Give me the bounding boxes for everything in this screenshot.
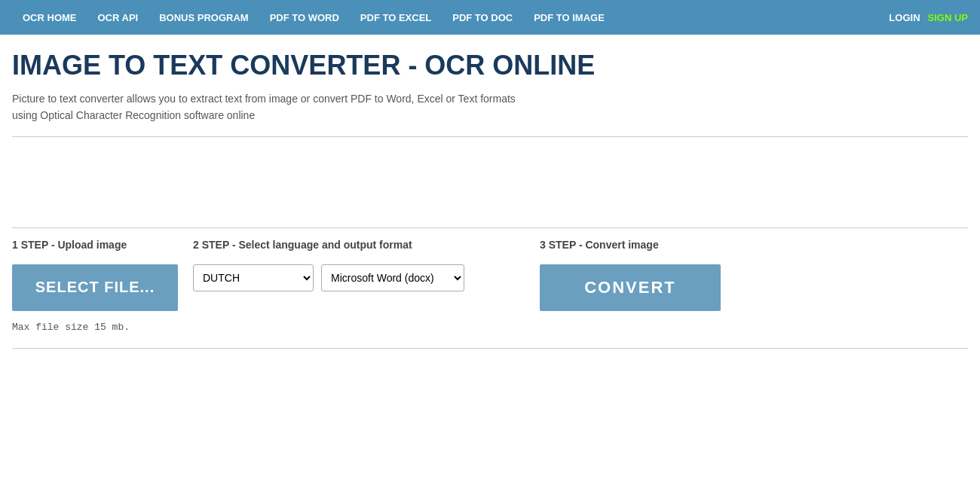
nav-pdf-to-excel[interactable]: PDF TO EXCEL: [350, 12, 442, 23]
ad-space: [12, 137, 968, 227]
page-title: IMAGE TO TEXT CONVERTER - OCR ONLINE: [12, 50, 968, 81]
steps-row: 1 STEP - Upload image SELECT FILE... Max…: [12, 239, 968, 333]
step-2-label: 2 STEP - Select language and output form…: [193, 239, 525, 251]
output-format-select[interactable]: Microsoft Word (docx) Microsoft Excel (x…: [321, 264, 464, 291]
login-link[interactable]: LOGIN: [889, 12, 920, 23]
steps-section: 1 STEP - Upload image SELECT FILE... Max…: [12, 227, 968, 349]
page-description: Picture to text converter allows you to …: [12, 90, 968, 124]
nav-ocr-home[interactable]: OCR HOME: [12, 12, 87, 23]
selects-row: DUTCH ENGLISH FRENCH GERMAN SPANISH ITAL…: [193, 264, 525, 291]
nav-auth: LOGIN SIGN UP: [889, 12, 968, 23]
step-1-column: 1 STEP - Upload image SELECT FILE... Max…: [12, 239, 193, 333]
language-select[interactable]: DUTCH ENGLISH FRENCH GERMAN SPANISH ITAL…: [193, 264, 314, 291]
step-2-column: 2 STEP - Select language and output form…: [193, 239, 540, 291]
navbar: OCR HOME OCR API BONUS PROGRAM PDF TO WO…: [0, 0, 980, 35]
signup-link[interactable]: SIGN UP: [928, 12, 968, 23]
nav-bonus-program[interactable]: BONUS PROGRAM: [149, 12, 259, 23]
max-file-size-text: Max file size 15 mb.: [12, 322, 178, 333]
step-3-column: 3 STEP - Convert image CONVERT: [540, 239, 721, 311]
step-1-label: 1 STEP - Upload image: [12, 239, 178, 251]
bottom-section: [12, 349, 968, 424]
nav-links: OCR HOME OCR API BONUS PROGRAM PDF TO WO…: [12, 12, 889, 23]
nav-pdf-to-doc[interactable]: PDF TO DOC: [442, 12, 523, 23]
main-content: IMAGE TO TEXT CONVERTER - OCR ONLINE Pic…: [0, 35, 980, 424]
step-3-label: 3 STEP - Convert image: [540, 239, 721, 251]
convert-button[interactable]: CONVERT: [540, 264, 721, 311]
select-file-button[interactable]: SELECT FILE...: [12, 264, 178, 311]
nav-ocr-api[interactable]: OCR API: [87, 12, 149, 23]
nav-pdf-to-word[interactable]: PDF TO WORD: [259, 12, 350, 23]
nav-pdf-to-image[interactable]: PDF TO IMAGE: [523, 12, 615, 23]
